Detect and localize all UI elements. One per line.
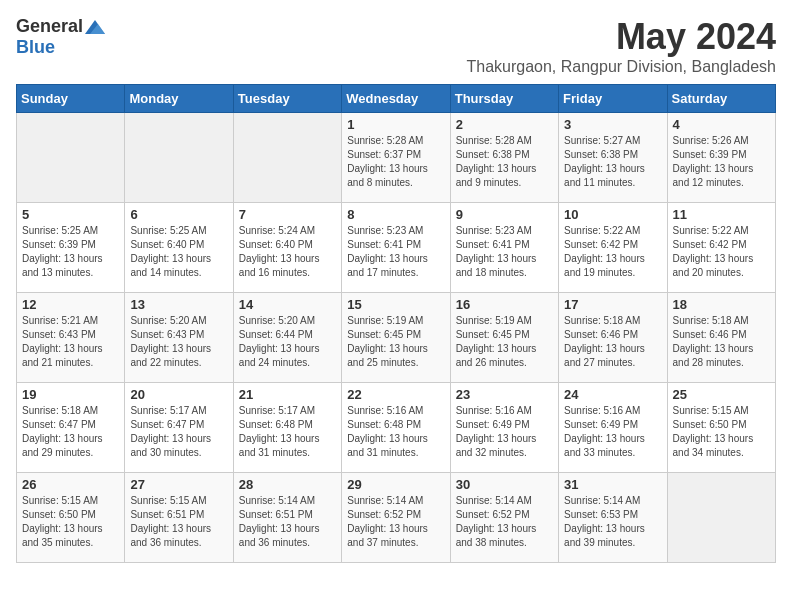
day-number: 20 [130, 387, 227, 402]
day-info: Sunrise: 5:28 AM Sunset: 6:38 PM Dayligh… [456, 134, 553, 190]
calendar-cell [667, 473, 775, 563]
calendar-cell: 1Sunrise: 5:28 AM Sunset: 6:37 PM Daylig… [342, 113, 450, 203]
day-info: Sunrise: 5:16 AM Sunset: 6:49 PM Dayligh… [564, 404, 661, 460]
day-number: 4 [673, 117, 770, 132]
day-number: 3 [564, 117, 661, 132]
calendar-cell: 30Sunrise: 5:14 AM Sunset: 6:52 PM Dayli… [450, 473, 558, 563]
day-number: 31 [564, 477, 661, 492]
calendar-week-row: 12Sunrise: 5:21 AM Sunset: 6:43 PM Dayli… [17, 293, 776, 383]
day-number: 2 [456, 117, 553, 132]
day-info: Sunrise: 5:21 AM Sunset: 6:43 PM Dayligh… [22, 314, 119, 370]
day-info: Sunrise: 5:14 AM Sunset: 6:52 PM Dayligh… [347, 494, 444, 550]
day-number: 22 [347, 387, 444, 402]
title-block: May 2024 Thakurgaon, Rangpur Division, B… [466, 16, 776, 76]
day-number: 15 [347, 297, 444, 312]
calendar-cell: 13Sunrise: 5:20 AM Sunset: 6:43 PM Dayli… [125, 293, 233, 383]
logo: General Blue [16, 16, 105, 58]
day-info: Sunrise: 5:14 AM Sunset: 6:52 PM Dayligh… [456, 494, 553, 550]
day-info: Sunrise: 5:27 AM Sunset: 6:38 PM Dayligh… [564, 134, 661, 190]
calendar-cell: 25Sunrise: 5:15 AM Sunset: 6:50 PM Dayli… [667, 383, 775, 473]
day-info: Sunrise: 5:17 AM Sunset: 6:47 PM Dayligh… [130, 404, 227, 460]
logo-icon [85, 20, 105, 34]
day-info: Sunrise: 5:25 AM Sunset: 6:39 PM Dayligh… [22, 224, 119, 280]
day-number: 23 [456, 387, 553, 402]
day-number: 29 [347, 477, 444, 492]
day-info: Sunrise: 5:16 AM Sunset: 6:48 PM Dayligh… [347, 404, 444, 460]
day-number: 10 [564, 207, 661, 222]
calendar-header-tuesday: Tuesday [233, 85, 341, 113]
calendar-header-monday: Monday [125, 85, 233, 113]
calendar-cell: 15Sunrise: 5:19 AM Sunset: 6:45 PM Dayli… [342, 293, 450, 383]
day-info: Sunrise: 5:18 AM Sunset: 6:46 PM Dayligh… [564, 314, 661, 370]
calendar-cell: 6Sunrise: 5:25 AM Sunset: 6:40 PM Daylig… [125, 203, 233, 293]
day-number: 14 [239, 297, 336, 312]
day-info: Sunrise: 5:22 AM Sunset: 6:42 PM Dayligh… [564, 224, 661, 280]
day-number: 21 [239, 387, 336, 402]
day-info: Sunrise: 5:28 AM Sunset: 6:37 PM Dayligh… [347, 134, 444, 190]
calendar-cell: 4Sunrise: 5:26 AM Sunset: 6:39 PM Daylig… [667, 113, 775, 203]
calendar-table: SundayMondayTuesdayWednesdayThursdayFrid… [16, 84, 776, 563]
day-info: Sunrise: 5:16 AM Sunset: 6:49 PM Dayligh… [456, 404, 553, 460]
calendar-week-row: 5Sunrise: 5:25 AM Sunset: 6:39 PM Daylig… [17, 203, 776, 293]
day-number: 11 [673, 207, 770, 222]
calendar-cell: 23Sunrise: 5:16 AM Sunset: 6:49 PM Dayli… [450, 383, 558, 473]
day-info: Sunrise: 5:20 AM Sunset: 6:44 PM Dayligh… [239, 314, 336, 370]
day-number: 8 [347, 207, 444, 222]
logo-general-text: General [16, 16, 83, 37]
day-info: Sunrise: 5:25 AM Sunset: 6:40 PM Dayligh… [130, 224, 227, 280]
calendar-cell [125, 113, 233, 203]
calendar-cell: 3Sunrise: 5:27 AM Sunset: 6:38 PM Daylig… [559, 113, 667, 203]
day-info: Sunrise: 5:18 AM Sunset: 6:46 PM Dayligh… [673, 314, 770, 370]
day-info: Sunrise: 5:22 AM Sunset: 6:42 PM Dayligh… [673, 224, 770, 280]
day-info: Sunrise: 5:14 AM Sunset: 6:53 PM Dayligh… [564, 494, 661, 550]
calendar-header-wednesday: Wednesday [342, 85, 450, 113]
day-info: Sunrise: 5:15 AM Sunset: 6:50 PM Dayligh… [22, 494, 119, 550]
calendar-cell: 17Sunrise: 5:18 AM Sunset: 6:46 PM Dayli… [559, 293, 667, 383]
day-number: 30 [456, 477, 553, 492]
calendar-cell: 12Sunrise: 5:21 AM Sunset: 6:43 PM Dayli… [17, 293, 125, 383]
calendar-cell: 31Sunrise: 5:14 AM Sunset: 6:53 PM Dayli… [559, 473, 667, 563]
day-info: Sunrise: 5:17 AM Sunset: 6:48 PM Dayligh… [239, 404, 336, 460]
calendar-week-row: 26Sunrise: 5:15 AM Sunset: 6:50 PM Dayli… [17, 473, 776, 563]
calendar-cell: 22Sunrise: 5:16 AM Sunset: 6:48 PM Dayli… [342, 383, 450, 473]
day-number: 18 [673, 297, 770, 312]
calendar-cell: 18Sunrise: 5:18 AM Sunset: 6:46 PM Dayli… [667, 293, 775, 383]
calendar-cell: 2Sunrise: 5:28 AM Sunset: 6:38 PM Daylig… [450, 113, 558, 203]
calendar-header-saturday: Saturday [667, 85, 775, 113]
calendar-cell: 5Sunrise: 5:25 AM Sunset: 6:39 PM Daylig… [17, 203, 125, 293]
calendar-cell: 20Sunrise: 5:17 AM Sunset: 6:47 PM Dayli… [125, 383, 233, 473]
calendar-cell: 19Sunrise: 5:18 AM Sunset: 6:47 PM Dayli… [17, 383, 125, 473]
calendar-cell: 26Sunrise: 5:15 AM Sunset: 6:50 PM Dayli… [17, 473, 125, 563]
calendar-cell: 9Sunrise: 5:23 AM Sunset: 6:41 PM Daylig… [450, 203, 558, 293]
calendar-header-sunday: Sunday [17, 85, 125, 113]
calendar-week-row: 19Sunrise: 5:18 AM Sunset: 6:47 PM Dayli… [17, 383, 776, 473]
day-number: 12 [22, 297, 119, 312]
day-number: 5 [22, 207, 119, 222]
calendar-cell: 28Sunrise: 5:14 AM Sunset: 6:51 PM Dayli… [233, 473, 341, 563]
calendar-cell [233, 113, 341, 203]
day-info: Sunrise: 5:20 AM Sunset: 6:43 PM Dayligh… [130, 314, 227, 370]
calendar-cell: 11Sunrise: 5:22 AM Sunset: 6:42 PM Dayli… [667, 203, 775, 293]
day-info: Sunrise: 5:15 AM Sunset: 6:51 PM Dayligh… [130, 494, 227, 550]
day-number: 7 [239, 207, 336, 222]
day-number: 28 [239, 477, 336, 492]
calendar-cell: 10Sunrise: 5:22 AM Sunset: 6:42 PM Dayli… [559, 203, 667, 293]
calendar-cell: 8Sunrise: 5:23 AM Sunset: 6:41 PM Daylig… [342, 203, 450, 293]
calendar-header-row: SundayMondayTuesdayWednesdayThursdayFrid… [17, 85, 776, 113]
day-number: 26 [22, 477, 119, 492]
page-header: General Blue May 2024 Thakurgaon, Rangpu… [16, 16, 776, 76]
calendar-cell: 27Sunrise: 5:15 AM Sunset: 6:51 PM Dayli… [125, 473, 233, 563]
logo-blue-text: Blue [16, 37, 55, 58]
calendar-header-thursday: Thursday [450, 85, 558, 113]
calendar-cell: 14Sunrise: 5:20 AM Sunset: 6:44 PM Dayli… [233, 293, 341, 383]
calendar-cell: 24Sunrise: 5:16 AM Sunset: 6:49 PM Dayli… [559, 383, 667, 473]
day-info: Sunrise: 5:26 AM Sunset: 6:39 PM Dayligh… [673, 134, 770, 190]
day-number: 6 [130, 207, 227, 222]
main-title: May 2024 [466, 16, 776, 58]
subtitle: Thakurgaon, Rangpur Division, Bangladesh [466, 58, 776, 76]
calendar-cell: 16Sunrise: 5:19 AM Sunset: 6:45 PM Dayli… [450, 293, 558, 383]
day-info: Sunrise: 5:24 AM Sunset: 6:40 PM Dayligh… [239, 224, 336, 280]
calendar-week-row: 1Sunrise: 5:28 AM Sunset: 6:37 PM Daylig… [17, 113, 776, 203]
day-number: 1 [347, 117, 444, 132]
calendar-cell [17, 113, 125, 203]
